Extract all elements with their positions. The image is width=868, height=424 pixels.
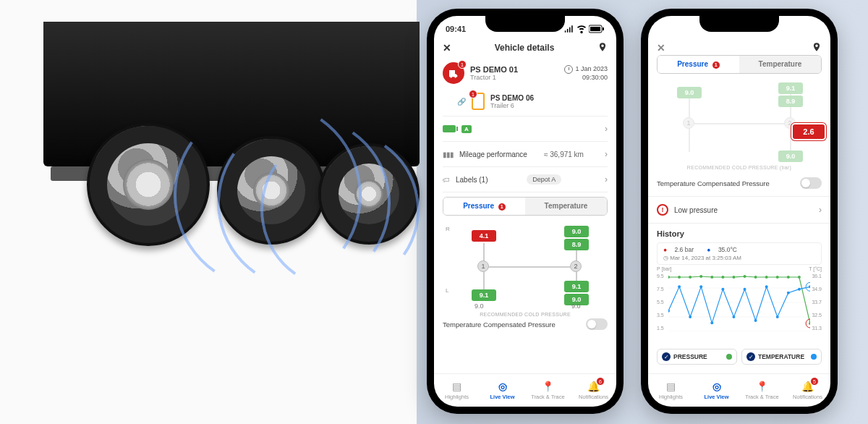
nav-track-trace[interactable]: 📍 Track & Trace: [525, 374, 571, 407]
axle-diagram: R L 1 2 4.1 9.1 9.0 8.9 9.1 9.0 9.0 9.0 …: [443, 223, 608, 310]
odometer-icon: ▮▮▮: [443, 150, 454, 158]
series-selector: ✓ PRESSURE ✓ TEMPERATURE: [648, 346, 830, 369]
svg-point-23: [678, 285, 681, 288]
svg-point-21: [809, 322, 810, 325]
svg-point-28: [733, 315, 736, 318]
live-view-icon: ◎: [712, 381, 721, 392]
svg-point-15: [744, 275, 746, 278]
tag-icon: 🏷: [443, 176, 450, 184]
row-mileage[interactable]: ▮▮▮ Mileage performance ≈ 36,971 km ›: [434, 143, 616, 165]
svg-point-24: [689, 315, 692, 318]
phone-right: ✕ Pressure 1 Temperature 1 2 9.0 9.1 8: [641, 9, 838, 414]
nav-live-view[interactable]: ◎ Live View: [694, 374, 739, 407]
close-icon[interactable]: ✕: [657, 42, 665, 54]
nav-highlights[interactable]: ▤ Highlights: [434, 374, 480, 407]
vehicle-row-tractor[interactable]: 1 PS DEMO 01 Tractor 1 1 Jan 2023 09:30:…: [443, 58, 608, 88]
live-view-icon: ◎: [498, 381, 507, 392]
svg-point-34: [798, 288, 801, 291]
tcp-toggle[interactable]: [800, 177, 822, 189]
y-right-label: T [°C]: [809, 266, 822, 271]
tire-alert-selected[interactable]: 2.6: [793, 124, 825, 139]
highlights-icon: ▤: [666, 381, 676, 392]
svg-point-8: [668, 276, 670, 279]
rec-pressure-rear: 9.0: [571, 302, 581, 310]
row-labels[interactable]: 🏷 Labels (1) Depot A ›: [434, 169, 616, 190]
alert-label: Low pressure: [674, 206, 718, 214]
chevron-right-icon: ›: [819, 205, 822, 215]
svg-point-25: [699, 285, 702, 288]
close-icon[interactable]: ✕: [443, 42, 451, 54]
location-icon[interactable]: [597, 42, 608, 54]
svg-rect-1: [590, 27, 600, 31]
truck-icon: 1: [443, 62, 464, 84]
vehicle-date: 1 Jan 2023: [575, 65, 608, 72]
tire-faded: 9.0: [677, 87, 702, 98]
rec-pressure-front: 9.0: [475, 302, 484, 310]
row-status[interactable]: A ›: [434, 118, 616, 140]
page-title: Vehicle details: [495, 43, 555, 53]
y-left-label: P [bar]: [657, 266, 672, 271]
mileage-label: Mileage performance: [459, 150, 527, 158]
tab-temperature[interactable]: Temperature: [525, 198, 607, 215]
svg-point-14: [733, 276, 736, 279]
status-icons: [564, 24, 605, 34]
nav-notifications[interactable]: 🔔 6 Notifications: [571, 374, 616, 407]
status-time: 09:41: [446, 25, 466, 33]
svg-point-26: [710, 321, 713, 324]
chevron-right-icon: ›: [605, 149, 608, 159]
svg-point-35: [809, 285, 810, 288]
nav-live-view[interactable]: ◎ Live View: [480, 374, 525, 407]
nav-notifications[interactable]: 🔔 5 Notifications: [785, 374, 830, 407]
tab-badge: 1: [498, 203, 506, 211]
chevron-right-icon: ›: [605, 174, 608, 185]
svg-point-10: [689, 276, 692, 279]
axle-diagram: 1 2 9.0 9.1 8.9 9.0 2.6: [657, 81, 822, 166]
vehicle-subtitle: Tractor 1: [470, 74, 518, 81]
tcp-label: Temperature Compensated Pressure: [657, 179, 770, 187]
location-icon[interactable]: [812, 42, 822, 54]
tabs-pressure-temperature: Pressure 1 Temperature: [443, 197, 608, 216]
svg-point-20: [798, 276, 801, 279]
svg-point-12: [710, 276, 713, 279]
bottom-nav: ▤ Highlights ◎ Live View 📍 Track & Trace…: [648, 373, 830, 407]
tab-pressure[interactable]: Pressure 1: [658, 56, 739, 73]
pin-icon: 📍: [542, 381, 554, 392]
svg-point-17: [765, 276, 768, 279]
tab-temperature[interactable]: Temperature: [739, 56, 821, 73]
svg-point-9: [678, 276, 681, 279]
history-chart[interactable]: P [bar] T [°C] 9.5 7.5 5.5 3.5 1.5 36.1 …: [655, 271, 823, 343]
svg-point-30: [754, 319, 757, 322]
history-legend: ● 2.6 bar ● 35.0°C ◷ Mar 14, 2023 at 3:2…: [657, 242, 822, 265]
tire-l-rear-inner[interactable]: 9.1: [564, 281, 589, 292]
svg-point-13: [721, 276, 724, 279]
vehicle-row-trailer[interactable]: 🔗 1 PS DEMO 06 Trailer 6: [443, 88, 608, 114]
svg-point-27: [721, 288, 724, 291]
status-chip: A: [461, 125, 472, 133]
tire-r-rear-inner[interactable]: 8.9: [564, 239, 589, 250]
svg-point-19: [787, 276, 790, 279]
chevron-right-icon: ›: [605, 124, 608, 134]
pin-icon: 📍: [756, 381, 768, 392]
row-low-pressure[interactable]: Low pressure ›: [648, 196, 830, 224]
row-tcp-toggle: Temperature Compensated Pressure: [648, 170, 830, 196]
clock-icon: [564, 65, 573, 74]
series-pressure[interactable]: ✓ PRESSURE: [657, 349, 737, 365]
tire-l-front[interactable]: 9.1: [472, 289, 496, 301]
svg-point-33: [787, 292, 790, 294]
tire-faded: 8.9: [778, 96, 803, 107]
trailer-icon: 1: [472, 93, 485, 110]
hero-illustration: [0, 0, 420, 424]
alert-count-badge: 1: [469, 90, 477, 98]
nav-track-trace[interactable]: 📍 Track & Trace: [739, 374, 785, 407]
tab-pressure[interactable]: Pressure 1: [443, 198, 525, 215]
tire-r-rear-outer[interactable]: 9.0: [564, 226, 589, 237]
bottom-nav: ▤ Highlights ◎ Live View 📍 Track & Trace…: [434, 373, 616, 407]
tire-r-front[interactable]: 4.1: [472, 230, 496, 242]
svg-point-18: [776, 276, 779, 279]
tcp-toggle[interactable]: [586, 318, 608, 330]
svg-point-22: [668, 310, 670, 313]
tab-badge: 1: [712, 62, 720, 69]
nav-highlights[interactable]: ▤ Highlights: [648, 374, 694, 407]
rec-pressure-label: RECOMMENDED COLD PRESSURE: [443, 312, 608, 317]
series-temperature[interactable]: ✓ TEMPERATURE: [741, 349, 822, 365]
